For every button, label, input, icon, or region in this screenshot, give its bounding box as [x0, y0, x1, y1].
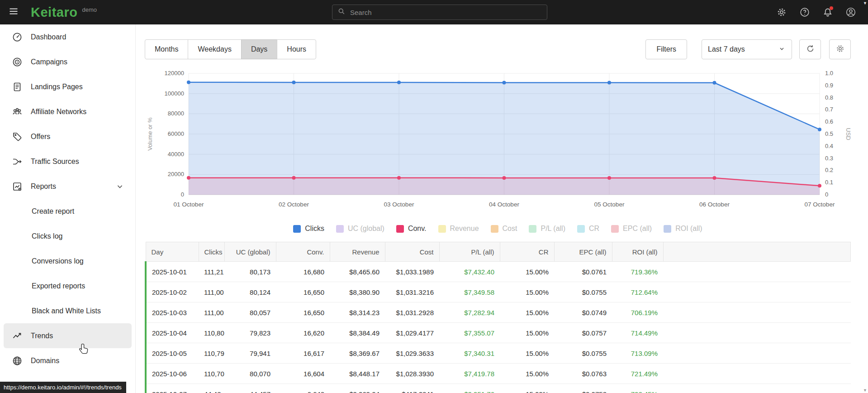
scrollbar-up-arrow[interactable]: ▼	[863, 1, 867, 5]
table-row: 2025-10-05110,7979,94116,617$8,369.67$1,…	[146, 343, 851, 364]
people-icon	[12, 106, 23, 117]
cell-conv: 16,604	[276, 364, 330, 384]
column-header-epc-all[interactable]: EPC (all)	[554, 242, 612, 262]
svg-text:Volume or %: Volume or %	[147, 117, 153, 151]
refresh-button[interactable]	[799, 39, 821, 59]
sidebar-item-reports[interactable]: Reports	[0, 174, 135, 199]
column-header-revenue[interactable]: Revenue	[330, 242, 385, 262]
sidebar-item-create-report[interactable]: Create report	[0, 199, 135, 224]
cell-clicks: 44,48	[199, 384, 224, 393]
sidebar-item-affiliate-networks[interactable]: Affiliate Networks	[0, 99, 135, 124]
tab-days[interactable]: Days	[241, 39, 277, 59]
filters-button[interactable]: Filters	[645, 39, 687, 59]
report-settings-button[interactable]	[829, 39, 851, 59]
sidebar-item-landings-pages[interactable]: Landings Pages	[0, 74, 135, 99]
help-button[interactable]	[799, 7, 810, 18]
chevron-down-icon	[115, 182, 124, 191]
column-header-p-l-all[interactable]: P/L (all)	[439, 242, 500, 262]
column-header-roi-all[interactable]: ROI (all)	[612, 242, 663, 262]
column-header-day[interactable]: Day	[146, 242, 199, 262]
svg-text:0.7: 0.7	[825, 106, 833, 113]
sidebar-item-traffic-sources[interactable]: Traffic Sources	[0, 149, 135, 174]
cell-roi-all: 713.09%	[612, 343, 663, 364]
cell-epc-all: $0.0757	[554, 323, 612, 343]
cell-day: 2025-10-02	[146, 282, 199, 302]
search-input[interactable]	[350, 9, 542, 16]
legend-swatch	[438, 225, 446, 233]
tab-hours[interactable]: Hours	[277, 39, 316, 59]
menu-toggle-button[interactable]	[0, 0, 27, 24]
sidebar-item-label: Trends	[31, 332, 53, 340]
cell-conv: 6,648	[276, 384, 330, 393]
sidebar-item-exported-reports[interactable]: Exported reports	[0, 273, 135, 298]
sidebar-nav: DashboardCampaignsLandings PagesAffiliat…	[0, 24, 135, 373]
column-header-conv[interactable]: Conv.	[276, 242, 330, 262]
cell-clicks: 111,21	[199, 262, 224, 282]
cell-clicks: 111,00	[199, 302, 224, 323]
help-icon	[799, 7, 810, 18]
cell-filler	[663, 282, 851, 302]
legend-item-p-l-all[interactable]: P/L (all)	[529, 225, 565, 233]
legend-item-roi-all[interactable]: ROI (all)	[664, 225, 702, 233]
cell-cr: 15.00%	[500, 282, 554, 302]
cell-cr: 15.00%	[500, 262, 554, 282]
cell-day: 2025-10-04	[146, 323, 199, 343]
sidebar-item-black-and-white-lists[interactable]: Black and White Lists	[0, 298, 135, 323]
legend-item-cr[interactable]: CR	[577, 225, 599, 233]
cell-p-l-all: $7,432.40	[439, 262, 500, 282]
column-header-uc-global[interactable]: UC (global)	[224, 242, 276, 262]
cell-epc-all: $0.0763	[554, 364, 612, 384]
legend-swatch	[491, 225, 498, 233]
sidebar-item-label: Traffic Sources	[31, 158, 79, 166]
sidebar-item-domains[interactable]: Domains	[0, 348, 135, 373]
cell-clicks: 111,00	[199, 282, 224, 302]
trend-up-icon	[12, 331, 23, 341]
cell-roi-all: 712.64%	[612, 282, 663, 302]
cell-day: 2025-10-01	[146, 262, 199, 282]
svg-text:0.3: 0.3	[825, 155, 833, 162]
sidebar-item-label: Landings Pages	[31, 83, 83, 91]
cell-uc-global: 44,457	[224, 384, 276, 393]
legend-label: Clicks	[305, 225, 324, 233]
settings-gear-button[interactable]	[776, 7, 787, 18]
logo-text: Keitaro	[31, 5, 77, 19]
legend-item-cost[interactable]: Cost	[491, 225, 517, 233]
sidebar-item-label: Affiliate Networks	[31, 108, 86, 116]
column-header-cost[interactable]: Cost	[385, 242, 439, 262]
svg-text:02 October: 02 October	[279, 201, 309, 208]
cell-filler	[663, 323, 851, 343]
column-header-cr[interactable]: CR	[500, 242, 554, 262]
cell-epc-all: $0.0749	[554, 302, 612, 323]
tab-weekdays[interactable]: Weekdays	[188, 39, 241, 59]
sidebar-item-campaigns[interactable]: Campaigns	[0, 49, 135, 74]
sidebar-item-dashboard[interactable]: Dashboard	[0, 24, 135, 49]
hamburger-icon	[8, 6, 19, 19]
notification-dot	[830, 6, 833, 10]
cell-p-l-all: $7,419.78	[439, 364, 500, 384]
sidebar-item-clicks-log[interactable]: Clicks log	[0, 224, 135, 249]
legend-item-epc-all[interactable]: EPC (all)	[611, 225, 652, 233]
app-logo[interactable]: Keitaro demo	[31, 5, 97, 19]
date-range-select[interactable]: Last 7 days	[702, 39, 792, 59]
legend-item-uc-global[interactable]: UC (global)	[336, 225, 384, 233]
sidebar-item-offers[interactable]: Offers	[0, 124, 135, 149]
sidebar-item-conversions-log[interactable]: Conversions log	[0, 249, 135, 273]
scrollbar-down-arrow[interactable]: ▼	[863, 388, 867, 393]
legend-item-conv[interactable]: Conv.	[396, 225, 427, 233]
cell-uc-global: 80,173	[224, 262, 276, 282]
sidebar-item-trends[interactable]: Trends	[4, 323, 132, 348]
svg-text:04 October: 04 October	[489, 201, 519, 208]
table-row: 2025-10-06110,7080,07016,604$8,448.17$1,…	[146, 364, 851, 384]
notifications-button[interactable]	[822, 7, 833, 18]
cell-day: 2025-10-07	[146, 384, 199, 393]
cell-revenue: $8,369.67	[330, 343, 385, 364]
svg-text:0: 0	[825, 191, 828, 198]
cell-cr: 15.00%	[500, 343, 554, 364]
legend-item-clicks[interactable]: Clicks	[293, 225, 324, 233]
legend-item-revenue[interactable]: Revenue	[438, 225, 479, 233]
account-button[interactable]	[845, 7, 856, 18]
cell-epc-all: $0.0755	[554, 282, 612, 302]
column-header-clicks[interactable]: Clicks	[199, 242, 224, 262]
tab-months[interactable]: Months	[145, 39, 188, 59]
svg-text:120000: 120000	[165, 70, 184, 77]
